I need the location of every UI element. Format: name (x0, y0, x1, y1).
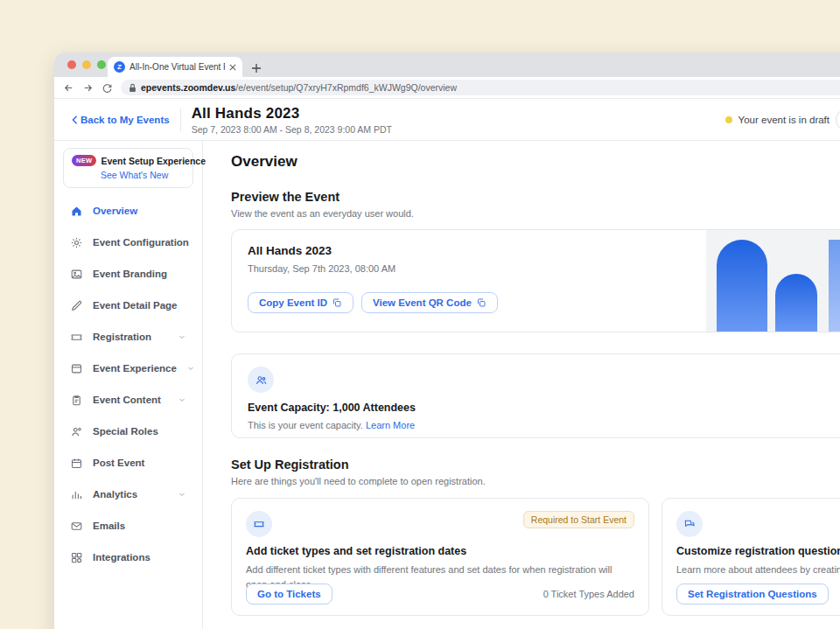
browser-tab-strip: Z All-In-One Virtual Event Platfo (54, 52, 840, 77)
ticket-types-count: 0 Ticket Types Added (543, 589, 634, 599)
sidebar-item-label: Overview (93, 206, 137, 216)
ticket-icon (246, 511, 272, 537)
calendar-icon (70, 457, 83, 470)
view-qr-label: View Event QR Code (373, 297, 472, 308)
draft-status-dot (725, 116, 732, 123)
copy-icon (332, 297, 342, 308)
chart-icon (70, 488, 83, 501)
copy-event-id-button[interactable]: Copy Event ID (248, 292, 354, 313)
sidebar-item-label: Event Detail Page (93, 300, 178, 311)
card-title: Add ticket types and set registration da… (246, 545, 634, 557)
attendees-icon (248, 367, 274, 393)
address-bar[interactable]: epevents.zoomdev.us/e/event/setup/Q7xryH… (121, 80, 840, 95)
sidebar-item-event-content[interactable]: Event Content (63, 384, 193, 416)
sidebar-item-overview[interactable]: Overview (63, 195, 193, 227)
new-badge: NEW (72, 155, 96, 166)
sidebar-item-label: Event Configuration (93, 237, 189, 248)
mail-icon (70, 520, 83, 533)
sidebar-item-post-event[interactable]: Post Event (63, 447, 193, 479)
url-domain: epevents.zoomdev.us (141, 82, 235, 93)
cover-arch-shape (775, 274, 817, 332)
cover-strip-shape (829, 240, 840, 332)
zoom-events-app: Back to My Events All Hands 2023 Sep 7, … (54, 99, 840, 629)
learn-more-link[interactable]: Learn More (366, 420, 415, 430)
capacity-title: Event Capacity: 1,000 Attendees (248, 402, 840, 414)
preview-section-title: Preview the Event (231, 190, 840, 204)
clipboard-icon (70, 394, 83, 407)
close-window-button[interactable] (67, 60, 76, 69)
header-action-button[interactable] (836, 108, 840, 131)
promo-title: Event Setup Experience (101, 156, 206, 166)
copy-event-id-label: Copy Event ID (259, 297, 327, 308)
view-event-qr-code-button[interactable]: View Event QR Code (361, 292, 498, 313)
capacity-subtitle-text: This is your event capacity. (248, 420, 363, 430)
set-registration-questions-button[interactable]: Set Registration Questions (676, 584, 829, 605)
sidebar-item-label: Special Roles (93, 426, 158, 437)
sidebar-item-event-branding[interactable]: Event Branding (63, 258, 193, 290)
url-path: /e/event/setup/Q7xryH7xRpmdf6_kWJWg9Q/ov… (235, 82, 457, 93)
sidebar-item-label: Emails (93, 521, 125, 531)
sidebar-item-analytics[interactable]: Analytics (63, 479, 193, 510)
back-link-label: Back to My Events (80, 115, 170, 125)
go-to-tickets-button[interactable]: Go to Tickets (246, 584, 332, 605)
forward-icon[interactable] (82, 82, 94, 94)
header-divider (180, 108, 181, 131)
preview-section-subtitle: View the event as an everyday user would… (231, 208, 840, 219)
lock-icon (129, 83, 136, 93)
browser-window: Z All-In-One Virtual Event Platfo epeven… (54, 52, 840, 629)
event-date-range: Sep 7, 2023 8:00 AM - Sep 8, 2023 9:00 A… (192, 124, 392, 135)
card-description: Learn more about attendees by creating c… (676, 563, 840, 577)
back-to-my-events-link[interactable]: Back to My Events (72, 115, 170, 125)
integrations-icon (70, 551, 83, 564)
sidebar-item-emails[interactable]: Emails (63, 510, 193, 542)
sidebar-item-label: Integrations (93, 552, 150, 563)
zoom-window-button[interactable] (97, 60, 106, 69)
header-right: Your event is in draft (725, 108, 840, 131)
sidebar-item-registration[interactable]: Registration (63, 321, 193, 353)
chat-icon (676, 511, 703, 537)
ticket-icon (70, 331, 83, 344)
chevron-down-icon (178, 332, 186, 341)
registration-section-subtitle: Here are things you'll need to complete … (231, 476, 840, 486)
event-preview-card: All Hands 2023 Thursday, Sep 7th 2023, 0… (231, 229, 840, 332)
back-icon[interactable] (63, 82, 74, 94)
sidebar-item-event-configuration[interactable]: Event Configuration (63, 227, 193, 258)
event-capacity-card: Event Capacity: 1,000 Attendees This is … (231, 353, 840, 438)
sidebar-item-integrations[interactable]: Integrations (63, 542, 193, 573)
cover-arch-shape (717, 240, 767, 332)
sidebar-item-label: Event Content (93, 395, 161, 405)
overview-main: Overview Preview the Event View the even… (203, 141, 840, 629)
layout-icon (70, 362, 83, 375)
tab-close-icon[interactable] (229, 64, 236, 71)
registration-questions-card: Customize registration questions Learn m… (662, 498, 840, 616)
image-icon (70, 268, 83, 281)
registration-cards-row: Required to Start Event Add ticket types… (231, 498, 840, 616)
required-badge: Required to Start Event (523, 511, 634, 528)
window-controls (67, 60, 106, 69)
ticket-types-card: Required to Start Event Add ticket types… (231, 498, 649, 616)
event-header: Back to My Events All Hands 2023 Sep 7, … (54, 99, 840, 141)
sidebar-item-special-roles[interactable]: Special Roles (63, 416, 193, 447)
zoom-favicon: Z (114, 61, 125, 73)
url-text: epevents.zoomdev.us/e/event/setup/Q7xryH… (141, 82, 457, 93)
sidebar-item-label: Event Experience (93, 363, 177, 374)
sidebar-item-event-experience[interactable]: Event Experience (63, 353, 193, 384)
sidebar-item-label: Registration (93, 332, 151, 342)
refresh-icon[interactable] (102, 82, 113, 94)
pencil-icon (70, 299, 83, 312)
setup-sidebar: NEW Event Setup Experience See What's Ne… (54, 141, 203, 629)
sidebar-item-label: Analytics (93, 489, 137, 500)
home-icon (70, 205, 83, 218)
page-title: Overview (231, 153, 840, 171)
copy-icon (476, 297, 486, 308)
browser-url-bar: epevents.zoomdev.us/e/event/setup/Q7xryH… (54, 77, 840, 99)
browser-tab[interactable]: Z All-In-One Virtual Event Platfo (108, 57, 242, 77)
chevron-left-icon (72, 115, 78, 124)
event-title-block: All Hands 2023 Sep 7, 2023 8:00 AM - Sep… (192, 105, 392, 135)
see-whats-new-link[interactable]: See What's New (101, 170, 185, 180)
new-tab-button[interactable] (251, 63, 262, 73)
minimize-window-button[interactable] (82, 60, 91, 69)
registration-section-title: Set Up Registration (231, 458, 840, 472)
sidebar-item-event-detail-page[interactable]: Event Detail Page (63, 290, 193, 321)
draft-status-text: Your event is in draft (738, 115, 830, 125)
